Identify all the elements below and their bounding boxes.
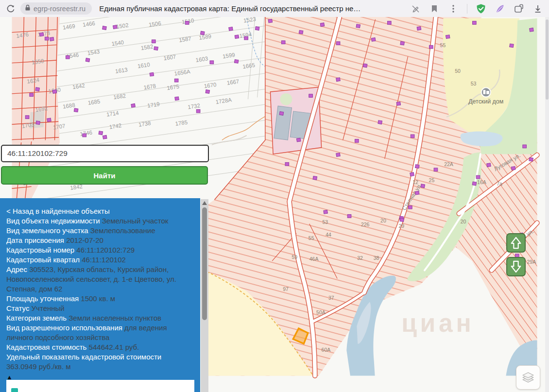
- scroll-up-arrow[interactable]: [202, 201, 207, 205]
- svg-text:16А: 16А: [477, 179, 486, 185]
- scrollbar-thumb[interactable]: [202, 207, 207, 320]
- layers-icon: [520, 369, 536, 386]
- svg-text:53: 53: [471, 81, 477, 86]
- svg-text:22А: 22А: [444, 161, 453, 167]
- slashed-pen-icon[interactable]: [410, 3, 421, 14]
- feather-icon[interactable]: [495, 3, 505, 14]
- field-parcel-type: Вид земельного участка Землепользование: [6, 226, 189, 236]
- svg-text:32: 32: [357, 255, 363, 261]
- search-input[interactable]: [1, 145, 209, 162]
- lock-icon: [25, 4, 31, 13]
- svg-text:20: 20: [461, 219, 466, 224]
- panel-bottom-box: [6, 380, 194, 392]
- svg-text:55: 55: [440, 42, 446, 48]
- field-status: Статус Учтенный: [6, 304, 189, 313]
- svg-text:29: 29: [398, 223, 404, 229]
- svg-text:7а: 7а: [497, 181, 502, 187]
- browser-toolbar: egrp-rosreestr.ru Единая публичная кадас…: [0, 0, 549, 17]
- svg-text:59: 59: [292, 254, 297, 260]
- field-land-category: Категория земель Земли населенных пункто…: [6, 313, 189, 323]
- zoom-out-button[interactable]: [506, 257, 526, 276]
- page-title: Единая публичная кадастровая карта: Един…: [99, 4, 360, 13]
- extension-icon[interactable]: [514, 3, 524, 14]
- find-button[interactable]: Найти: [1, 166, 208, 185]
- svg-text:55: 55: [309, 235, 314, 241]
- svg-text:12: 12: [412, 179, 418, 185]
- svg-text:29А: 29А: [527, 259, 536, 265]
- detsky-dom-poi: [481, 87, 491, 97]
- svg-text:60А: 60А: [322, 347, 331, 353]
- map-thumbnail-icon: [11, 388, 18, 392]
- svg-text:37: 37: [328, 295, 334, 301]
- field-cadastral-number: Кадастровый номер 46:11:120102:729: [6, 245, 189, 255]
- layers-button[interactable]: [516, 365, 540, 390]
- map-watermark: циан: [401, 309, 474, 337]
- object-info-panel: < Назад в найденные объекты Вид объекта …: [0, 198, 200, 392]
- svg-text:97: 97: [283, 286, 289, 292]
- reload-icon[interactable]: [5, 3, 16, 14]
- field-area: Площадь уточненная 1500 кв. м: [6, 294, 189, 304]
- svg-text:226: 226: [361, 222, 370, 227]
- svg-text:44: 44: [326, 232, 331, 238]
- arrow-down-icon: [508, 258, 524, 275]
- svg-text:46А: 46А: [309, 256, 319, 262]
- place-label: Детский дом: [468, 98, 503, 105]
- field-cadastral-value: Кадастровая стоимость 544642.41 руб.: [6, 342, 189, 352]
- address-bar[interactable]: egrp-rosreestr.ru: [20, 2, 92, 15]
- bookmark-icon[interactable]: [429, 3, 440, 14]
- field-object-type: Вид объекта недвижимости Земельный участ…: [6, 216, 189, 226]
- svg-text:50А: 50А: [316, 309, 326, 315]
- page-scrollbar: [545, 17, 549, 392]
- field-specific-value: Удельный показатель кадастровой стоимост…: [6, 352, 189, 372]
- kebab-menu-icon[interactable]: [448, 3, 459, 14]
- toolbar-divider: [467, 4, 467, 14]
- back-link[interactable]: < Назад в найденные объекты: [6, 206, 189, 216]
- download-icon[interactable]: [532, 3, 543, 14]
- arrow-up-icon: [508, 235, 524, 251]
- svg-text:25: 25: [429, 177, 435, 183]
- field-address: Адрес 305523, Курская область, Курский р…: [6, 265, 189, 294]
- svg-text:20: 20: [380, 218, 386, 223]
- page-scrollbar-thumb[interactable]: [546, 19, 549, 100]
- field-date: Дата присвоения 2012-07-20: [6, 236, 189, 245]
- field-cadastral-block: Кадастровый квартал 46:11:120102: [6, 255, 189, 265]
- svg-text:50: 50: [455, 68, 461, 74]
- panel-scrollbar: [201, 199, 208, 392]
- svg-text:38: 38: [374, 255, 379, 261]
- zoom-in-button[interactable]: [506, 233, 526, 253]
- shield-check-icon[interactable]: [476, 3, 486, 14]
- url-text: egrp-rosreestr.ru: [34, 5, 86, 13]
- field-permitted-use: Вид разрешенного использования для веден…: [6, 323, 189, 342]
- svg-text:53: 53: [323, 219, 328, 225]
